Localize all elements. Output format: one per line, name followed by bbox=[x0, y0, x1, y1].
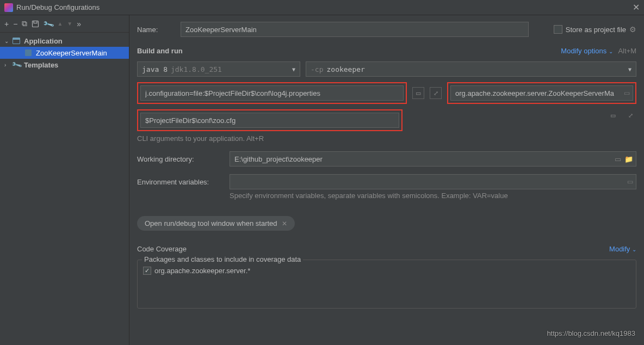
main-class-input[interactable] bbox=[450, 85, 633, 101]
checkbox-icon bbox=[554, 25, 562, 34]
list-icon[interactable]: ▭ bbox=[607, 109, 619, 121]
vm-options-highlighted bbox=[137, 82, 407, 104]
env-vars-input[interactable] bbox=[230, 174, 636, 189]
tree-node-templates[interactable]: › 🔧 Templates bbox=[0, 59, 129, 71]
more-button[interactable]: » bbox=[77, 20, 81, 28]
modify-options-link[interactable]: Modify options ⌄ bbox=[561, 47, 615, 55]
working-dir-label: Working directory: bbox=[137, 155, 224, 163]
jdk-combo[interactable]: java 8 jdk1.8.0_251 ▼ bbox=[137, 61, 300, 77]
coverage-item[interactable]: ✓ org.apache.zookeeper.server.* bbox=[143, 267, 630, 275]
name-input[interactable] bbox=[181, 22, 529, 37]
coverage-legend: Packages and classes to include in cover… bbox=[142, 255, 303, 263]
tree-node-zookeeper[interactable]: ZooKeeperServerMain bbox=[0, 47, 129, 59]
expand-icon[interactable]: ▭ bbox=[412, 87, 424, 99]
coverage-modify-link[interactable]: Modify ⌄ bbox=[609, 245, 636, 253]
gear-icon[interactable]: ⚙ bbox=[629, 25, 636, 34]
vm-options-input[interactable] bbox=[140, 85, 404, 101]
tree-label: Templates bbox=[24, 61, 58, 69]
cli-hint: CLI arguments to your application. Alt+R bbox=[137, 134, 636, 143]
env-vars-label: Environment variables: bbox=[137, 178, 224, 186]
chevron-down-icon: ⌄ bbox=[4, 38, 11, 44]
application-icon bbox=[12, 36, 21, 45]
move-up-button[interactable]: ▲ bbox=[57, 21, 63, 27]
env-hint: Specify environment variables, separate … bbox=[230, 192, 636, 200]
checkbox-checked-icon: ✓ bbox=[143, 267, 151, 275]
program-args-input[interactable] bbox=[140, 113, 399, 128]
svg-rect-0 bbox=[33, 21, 39, 27]
java-config-icon bbox=[24, 48, 33, 57]
coverage-item-label: org.apache.zookeeper.server.* bbox=[154, 267, 250, 275]
modify-shortcut: Alt+M bbox=[618, 47, 636, 55]
tree-node-application[interactable]: ⌄ Application bbox=[0, 35, 129, 47]
store-label: Store as project file bbox=[566, 26, 626, 34]
wrench-icon: 🔧 bbox=[10, 59, 22, 71]
close-icon[interactable]: ✕ bbox=[633, 2, 640, 13]
move-down-button[interactable]: ▼ bbox=[67, 21, 72, 27]
list-icon[interactable]: ▭ bbox=[615, 155, 621, 163]
close-icon[interactable]: ✕ bbox=[282, 220, 287, 227]
watermark: https://blog.csdn.net/kq1983 bbox=[547, 329, 635, 337]
coverage-title: Code Coverage bbox=[137, 245, 187, 253]
copy-button[interactable]: ⧉ bbox=[22, 19, 27, 28]
app-icon bbox=[4, 3, 13, 12]
sidebar-toolbar: + − ⧉ 🔧 ▲ ▼ » bbox=[0, 15, 129, 33]
list-icon[interactable]: ▭ bbox=[627, 178, 633, 186]
build-run-title: Build and run bbox=[137, 47, 183, 55]
chevron-down-icon: ▼ bbox=[628, 66, 631, 72]
svg-rect-1 bbox=[34, 21, 37, 23]
expand-arrows-icon[interactable]: ⤢ bbox=[624, 109, 636, 121]
content-panel: Name: Store as project file ⚙ Build and … bbox=[129, 15, 644, 345]
classpath-combo[interactable]: -cp zookeeper ▼ bbox=[306, 61, 636, 77]
wrench-icon[interactable]: 🔧 bbox=[42, 17, 55, 29]
chevron-down-icon: ▼ bbox=[292, 66, 295, 72]
list-icon[interactable]: ▭ bbox=[624, 89, 630, 97]
folder-icon[interactable]: 📁 bbox=[624, 155, 633, 163]
program-args-highlighted bbox=[137, 109, 403, 131]
coverage-panel: Packages and classes to include in cover… bbox=[137, 260, 636, 309]
working-dir-input[interactable] bbox=[230, 151, 636, 167]
open-tool-window-chip[interactable]: Open run/debug tool window when started … bbox=[137, 216, 295, 231]
save-button[interactable] bbox=[32, 20, 39, 28]
main-class-highlighted: ▭ bbox=[447, 82, 636, 104]
tree-label: Application bbox=[24, 37, 63, 45]
sidebar: + − ⧉ 🔧 ▲ ▼ » ⌄ Application ZooKeeperSer… bbox=[0, 15, 129, 345]
expand-arrows-icon[interactable]: ⤢ bbox=[430, 87, 442, 99]
tree-label: ZooKeeperServerMain bbox=[36, 49, 107, 57]
config-tree: ⌄ Application ZooKeeperServerMain › 🔧 Te… bbox=[0, 33, 129, 345]
remove-button[interactable]: − bbox=[13, 20, 17, 28]
name-label: Name: bbox=[137, 26, 175, 34]
add-button[interactable]: + bbox=[4, 20, 9, 28]
window-title: Run/Debug Configurations bbox=[16, 3, 633, 11]
store-as-project-checkbox[interactable]: Store as project file ⚙ bbox=[554, 25, 636, 34]
